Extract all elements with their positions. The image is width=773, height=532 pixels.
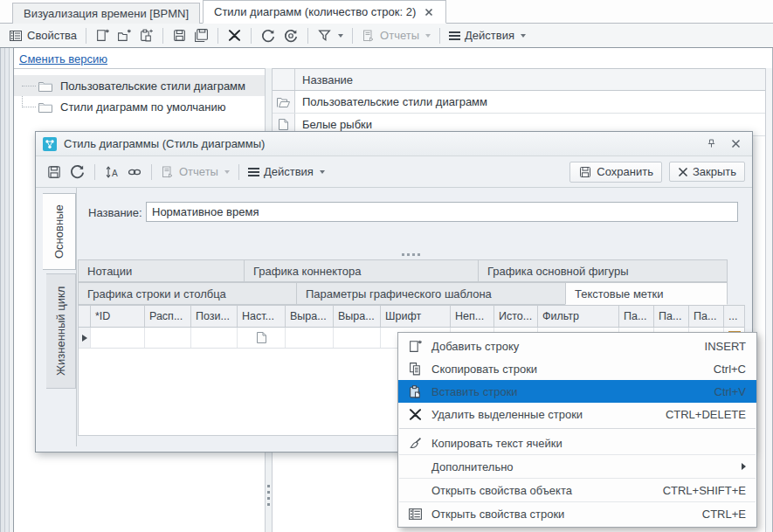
tab-close-icon[interactable]: [423, 6, 435, 18]
menu-item-open-row-properties[interactable]: Открыть свойства строки CTRL+E: [398, 502, 756, 525]
grid-cell[interactable]: [286, 328, 334, 348]
folder-icon: [38, 100, 53, 114]
tab-connector-graphics[interactable]: Графика коннектора: [244, 259, 478, 282]
grid-header-col[interactable]: Наст...: [238, 306, 286, 327]
grid-cell[interactable]: [91, 328, 145, 348]
grid-cell[interactable]: [145, 328, 191, 348]
menu-item-add-row[interactable]: Добавить строку INSERT: [398, 335, 756, 357]
actions-button[interactable]: Действия: [445, 27, 529, 44]
save-all-icon: [194, 28, 209, 43]
grid-header-id[interactable]: *ID: [91, 306, 145, 327]
properties-label: Свойства: [27, 29, 77, 42]
filter-button[interactable]: [314, 26, 347, 45]
tab-row-column-graphics[interactable]: Графика строки и столбца: [78, 282, 296, 305]
delete-button[interactable]: [224, 26, 245, 45]
grid-header-col[interactable]: Па...: [619, 306, 654, 327]
menu-item-additional[interactable]: Дополнительно: [398, 455, 756, 478]
document-tabbar: Визуализация времени [BPMN] Стили диагра…: [0, 0, 773, 24]
list-scrollbar-track[interactable]: [765, 68, 772, 532]
copy-cell-text-icon: [398, 436, 431, 451]
dialog-splitter-handle[interactable]: [76, 251, 745, 258]
menu-item-copy-cell-text[interactable]: Копировать текст ячейки: [398, 432, 756, 454]
grid-header-font[interactable]: Шрифт: [381, 306, 451, 327]
save-icon: [578, 165, 592, 179]
grid-header-col[interactable]: Расп...: [145, 306, 191, 327]
toolbar-separator: [238, 164, 239, 180]
dialog-titlebar[interactable]: Стиль диаграммы (Стиль диаграммы): [36, 132, 752, 156]
tab-text-labels[interactable]: Текстовые метки: [565, 282, 728, 305]
dialog-close-icon[interactable]: [726, 135, 745, 153]
change-version-link[interactable]: Сменить версию: [19, 52, 107, 66]
menu-item-label: Добавить строку: [431, 340, 705, 353]
document-icon: [256, 331, 267, 344]
grid-header-col[interactable]: Выра...: [334, 306, 381, 327]
dialog-reports-button[interactable]: Отчеты: [157, 163, 233, 181]
tab-template-parameters[interactable]: Параметры графического шаблона: [296, 282, 565, 305]
grid-header-col[interactable]: Неп...: [451, 306, 494, 327]
save-button[interactable]: [169, 26, 190, 45]
name-field-input[interactable]: [146, 202, 738, 222]
dialog-close-button[interactable]: Закрыть: [669, 162, 745, 182]
link-button[interactable]: [123, 162, 146, 182]
main-toolbar: Свойства: [0, 24, 773, 48]
refresh-all-icon: [283, 28, 299, 44]
side-tab-general[interactable]: Основные: [43, 193, 76, 270]
tree-item-label: Стили диаграмм по умолчанию: [59, 99, 231, 115]
menu-item-shortcut: INSERT: [705, 340, 746, 353]
tree-item-user-styles[interactable]: Пользовательские стили диаграмм: [14, 75, 265, 96]
grid-header-col[interactable]: Пози...: [191, 306, 238, 327]
refresh-button[interactable]: [257, 26, 280, 45]
filter-icon: [317, 28, 332, 43]
pin-icon[interactable]: [701, 135, 721, 153]
menu-item-paste-rows[interactable]: Вставить строки Ctrl+V: [398, 380, 756, 403]
grid-cell-settings[interactable]: [238, 328, 286, 348]
column-header-name[interactable]: Название: [295, 69, 353, 90]
submenu-arrow-icon: [742, 463, 746, 470]
menu-separator: [399, 428, 756, 429]
save-all-button[interactable]: [190, 26, 212, 45]
close-icon: [678, 167, 688, 177]
paste-as-new-button[interactable]: [135, 26, 157, 45]
menu-item-open-object-properties[interactable]: Открыть свойства объекта CTRL+SHIFT+E: [398, 479, 756, 501]
new-object-button[interactable]: [92, 26, 114, 45]
toolbar-separator: [86, 28, 86, 44]
grid-header-col[interactable]: Па...: [689, 306, 724, 327]
reports-button[interactable]: Отчеты: [358, 27, 434, 45]
grid-header-filter[interactable]: Фильтр: [538, 306, 619, 327]
properties-icon: [9, 29, 23, 43]
new-folder-button[interactable]: [114, 26, 135, 45]
dialog-refresh-button[interactable]: [66, 162, 89, 182]
add-row-icon: [398, 339, 431, 354]
grid-header-col[interactable]: Па...: [654, 306, 689, 327]
menu-item-label: Открыть свойства строки: [431, 508, 702, 521]
svg-text:A: A: [112, 169, 118, 178]
list-header-row: Название: [273, 68, 765, 91]
properties-button[interactable]: Свойства: [5, 27, 80, 45]
grid-header-col[interactable]: Исто...: [494, 306, 538, 327]
dialog-save-button[interactable]: Сохранить: [569, 162, 662, 183]
dialog-save-icon-button[interactable]: [43, 162, 66, 182]
tree-item-default-styles[interactable]: Стили диаграмм по умолчанию: [14, 96, 265, 117]
dialog-actions-button[interactable]: Действия: [245, 163, 328, 180]
menu-item-shortcut: Ctrl+C: [714, 363, 746, 376]
grid-cell[interactable]: [334, 328, 381, 348]
copy-rows-icon: [398, 362, 431, 377]
side-tab-lifecycle[interactable]: Жизненный цикл: [46, 273, 76, 389]
list-row[interactable]: Пользовательские стили диаграмм: [273, 91, 765, 114]
menu-item-delete-rows[interactable]: Удалить выделенные строки CTRL+DELETE: [398, 403, 756, 425]
tab-notations[interactable]: Нотации: [78, 259, 244, 282]
tree-connector: [22, 107, 36, 107]
tab-time-visualization[interactable]: Визуализация времени [BPMN]: [12, 3, 200, 24]
grid-cell[interactable]: [191, 328, 238, 348]
grid-header-col[interactable]: Выра...: [286, 306, 334, 327]
sort-button[interactable]: A: [100, 162, 123, 182]
grid-header-more[interactable]: ...: [724, 306, 744, 327]
menu-item-copy-rows[interactable]: Скопировать строки Ctrl+C: [398, 357, 756, 380]
menu-item-label: Открыть свойства объекта: [431, 484, 663, 497]
refresh-all-button[interactable]: [280, 26, 302, 45]
tab-diagram-styles[interactable]: Стили диаграмм (количество строк: 2): [203, 0, 446, 24]
tab-main-shape-graphics[interactable]: Графика основной фигуры: [478, 259, 728, 282]
actions-label: Действия: [465, 29, 514, 42]
menu-item-label: Дополнительно: [431, 460, 742, 473]
menu-item-shortcut: CTRL+DELETE: [666, 408, 746, 421]
